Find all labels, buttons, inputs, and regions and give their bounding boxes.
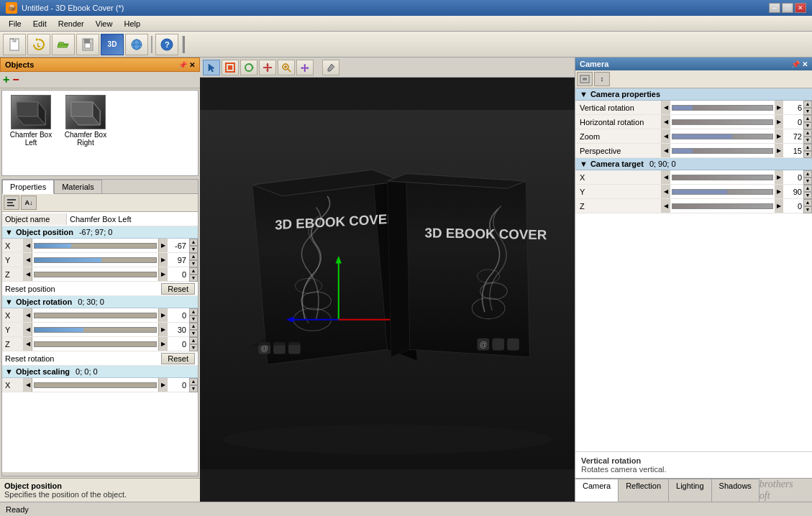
cam-vertical-rotation-track[interactable] xyxy=(672,105,773,111)
rotation-z-decrease[interactable]: ◀ xyxy=(24,337,32,351)
cam-target-z-decrease[interactable]: ◀ xyxy=(662,199,670,213)
panel-pin-button[interactable]: 📌 xyxy=(178,61,187,69)
position-x-track[interactable] xyxy=(34,243,157,249)
position-x-down[interactable]: ▼ xyxy=(189,246,198,253)
cam-target-x-down[interactable]: ▼ xyxy=(803,178,812,185)
prop-tool-alpha[interactable]: A↓ xyxy=(21,195,37,210)
cam-target-y-slider[interactable]: ◀ ▶ xyxy=(662,185,783,198)
rotation-z-slider[interactable]: ◀ ▶ xyxy=(24,337,168,351)
rotation-y-slider[interactable]: ◀ ▶ xyxy=(24,323,168,336)
rotation-x-up[interactable]: ▲ xyxy=(189,308,198,315)
menu-render[interactable]: Render xyxy=(53,18,90,29)
cam-horizontal-rotation-increase[interactable]: ▶ xyxy=(775,115,783,129)
tab-properties[interactable]: Properties xyxy=(2,180,54,194)
cam-vertical-rotation-up[interactable]: ▲ xyxy=(803,101,812,108)
rotation-x-track[interactable] xyxy=(34,313,157,318)
cam-zoom-up[interactable]: ▲ xyxy=(803,129,812,137)
position-z-spinner[interactable]: ▲ ▼ xyxy=(189,267,198,282)
cam-horizontal-rotation-slider[interactable]: ◀ ▶ xyxy=(662,115,783,129)
cam-target-x-increase[interactable]: ▶ xyxy=(775,170,783,184)
cam-target-x-spinner[interactable]: ▲ ▼ xyxy=(803,170,812,185)
viewport-eyedropper[interactable] xyxy=(322,60,339,75)
position-y-track[interactable] xyxy=(34,257,157,263)
cam-perspective-track[interactable] xyxy=(672,148,773,154)
cam-perspective-down[interactable]: ▼ xyxy=(803,151,812,158)
rotation-x-increase[interactable]: ▶ xyxy=(158,308,167,322)
cam-target-x-decrease[interactable]: ◀ xyxy=(662,170,670,184)
cam-zoom-track[interactable] xyxy=(672,134,773,139)
cam-target-y-track[interactable] xyxy=(672,189,773,195)
position-y-up[interactable]: ▲ xyxy=(189,253,198,260)
delete-object-button[interactable]: − xyxy=(12,73,19,86)
scaling-x-track[interactable] xyxy=(34,382,157,388)
rotation-y-track[interactable] xyxy=(34,327,157,333)
cam-target-z-down[interactable]: ▼ xyxy=(803,206,812,213)
cam-vertical-rotation-increase[interactable]: ▶ xyxy=(775,101,783,114)
cam-perspective-up[interactable]: ▲ xyxy=(803,144,812,151)
object-item-right[interactable]: Chamfer BoxRight xyxy=(60,93,111,148)
position-z-decrease[interactable]: ◀ xyxy=(24,267,32,281)
object-position-section[interactable]: ▼ Object position -67; 97; 0 xyxy=(2,226,198,239)
viewport-canvas[interactable]: 3D EBOOK COVER @ xyxy=(200,78,575,502)
toolbar-open-recent[interactable] xyxy=(27,34,50,55)
scaling-x-down[interactable]: ▼ xyxy=(189,385,198,392)
camera-target-section[interactable]: ▼ Camera target 0; 90; 0 xyxy=(575,158,812,170)
cam-zoom-decrease[interactable]: ◀ xyxy=(662,129,670,143)
rotation-z-increase[interactable]: ▶ xyxy=(158,337,167,351)
position-y-spinner[interactable]: ▲ ▼ xyxy=(189,253,198,267)
cam-zoom-increase[interactable]: ▶ xyxy=(775,129,783,143)
cam-vertical-rotation-down[interactable]: ▼ xyxy=(803,108,812,115)
cam-target-z-slider[interactable]: ◀ ▶ xyxy=(662,199,783,213)
rotation-x-spinner[interactable]: ▲ ▼ xyxy=(189,308,198,323)
viewport-zoom-tool[interactable] xyxy=(278,60,295,75)
menu-file[interactable]: File xyxy=(3,18,27,29)
object-rotation-section[interactable]: ▼ Object rotation 0; 30; 0 xyxy=(2,296,198,308)
toolbar-open[interactable] xyxy=(52,34,75,55)
position-z-up[interactable]: ▲ xyxy=(189,267,198,275)
panel-close-button[interactable]: ✕ xyxy=(189,61,195,69)
maximize-button[interactable]: □ xyxy=(782,3,793,13)
cam-target-x-up[interactable]: ▲ xyxy=(803,170,812,178)
scaling-x-increase[interactable]: ▶ xyxy=(158,378,167,392)
rotation-y-increase[interactable]: ▶ xyxy=(158,323,167,336)
viewport-pan-tool[interactable] xyxy=(296,60,314,75)
cam-perspective-slider[interactable]: ◀ ▶ xyxy=(662,144,783,157)
rotation-z-up[interactable]: ▲ xyxy=(189,337,198,344)
rotation-y-up[interactable]: ▲ xyxy=(189,323,198,330)
rotation-y-down[interactable]: ▼ xyxy=(189,330,198,337)
prop-tool-order[interactable] xyxy=(4,195,19,210)
tab-shadows[interactable]: Shadows xyxy=(712,479,759,502)
rotation-y-spinner[interactable]: ▲ ▼ xyxy=(189,323,198,337)
tab-lighting[interactable]: Lighting xyxy=(669,479,712,502)
scaling-x-spinner[interactable]: ▲ ▼ xyxy=(189,378,198,392)
cam-target-z-increase[interactable]: ▶ xyxy=(775,199,783,213)
cam-zoom-down[interactable]: ▼ xyxy=(803,137,812,144)
position-x-increase[interactable]: ▶ xyxy=(158,239,167,252)
position-z-track[interactable] xyxy=(34,272,157,277)
cam-target-z-up[interactable]: ▲ xyxy=(803,199,812,206)
close-button[interactable]: ✕ xyxy=(795,3,806,13)
cam-horizontal-rotation-down[interactable]: ▼ xyxy=(803,122,812,129)
tab-reflection[interactable]: Reflection xyxy=(619,479,669,502)
cam-zoom-spinner[interactable]: ▲ ▼ xyxy=(803,129,812,144)
cam-target-y-decrease[interactable]: ◀ xyxy=(662,185,670,198)
toolbar-globe[interactable] xyxy=(125,34,148,55)
add-object-button[interactable]: + xyxy=(3,73,9,86)
scaling-x-slider[interactable]: ◀ ▶ xyxy=(24,378,168,392)
scaling-x-decrease[interactable]: ◀ xyxy=(24,378,32,392)
rotation-y-decrease[interactable]: ◀ xyxy=(24,323,32,336)
tab-materials[interactable]: Materials xyxy=(54,180,102,193)
rotation-z-spinner[interactable]: ▲ ▼ xyxy=(189,337,198,351)
viewport-rotate-tool[interactable] xyxy=(240,60,257,75)
cam-perspective-spinner[interactable]: ▲ ▼ xyxy=(803,144,812,158)
menu-help[interactable]: Help xyxy=(118,18,146,29)
minimize-button[interactable]: ─ xyxy=(769,3,780,13)
toolbar-help[interactable]: ? xyxy=(155,34,178,55)
object-item-left[interactable]: Chamfer BoxLeft xyxy=(5,93,57,148)
position-z-down[interactable]: ▼ xyxy=(189,275,198,282)
rotation-x-down[interactable]: ▼ xyxy=(189,315,198,323)
cam-horizontal-rotation-up[interactable]: ▲ xyxy=(803,115,812,122)
rotation-z-track[interactable] xyxy=(34,341,157,347)
position-x-slider[interactable]: ◀ ▶ xyxy=(24,239,168,252)
scaling-x-up[interactable]: ▲ xyxy=(189,378,198,385)
